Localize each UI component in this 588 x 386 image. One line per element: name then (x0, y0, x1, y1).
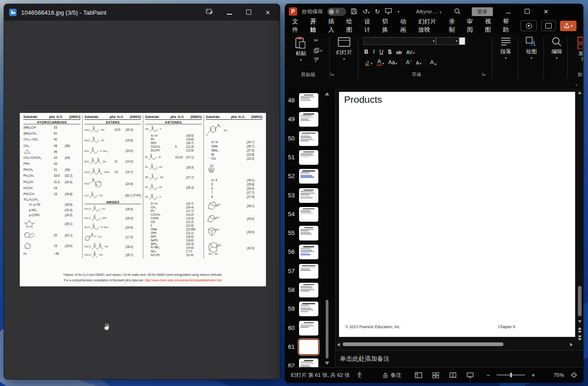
text-shadow-button[interactable]: S (388, 49, 391, 55)
fit-slide-to-window-icon[interactable] (571, 372, 577, 378)
horizontal-scroll-thumb[interactable] (343, 342, 503, 346)
slide-number: 60 (288, 324, 294, 331)
slide-thumbnail-55[interactable] (299, 226, 318, 241)
pka-row: Me₂NOOMe(18.2) (85, 242, 141, 251)
scroll-left-icon[interactable] (337, 343, 340, 347)
clipboard-dialog-launcher[interactable] (330, 69, 334, 78)
cut-icon[interactable]: ✂ (314, 37, 322, 44)
share-button[interactable]: ▾ (560, 21, 577, 31)
redo-icon[interactable]: ↻ (375, 8, 380, 15)
powerpoint-minimize-button[interactable] (506, 9, 511, 14)
qat-more-icon[interactable]: ▾ (397, 10, 399, 14)
autosave-toggle[interactable]: 关 (328, 8, 346, 16)
tabpaint-minimize-button[interactable] (226, 9, 233, 16)
notes-toggle[interactable]: 备注 (382, 372, 401, 379)
slide-canvas[interactable]: Products © 2013 Pearson Education, Inc. … (339, 92, 575, 337)
collapse-ribbon-icon[interactable]: ⌄ (575, 82, 578, 87)
slide-thumbnail-62[interactable] (299, 358, 318, 368)
change-case-button[interactable]: Aa▾ (388, 59, 397, 66)
drawing-button[interactable]: A 绘图▾ (521, 36, 542, 60)
comments-button[interactable] (541, 20, 556, 31)
powerpoint-close-button[interactable]: ✕ (543, 8, 548, 15)
slide-thumbnail-51[interactable] (299, 150, 318, 165)
character-spacing-button[interactable]: AV▾ (407, 50, 415, 55)
notes-pane[interactable]: 单击此处添加备注 (335, 350, 583, 368)
edit-image-icon[interactable] (206, 8, 214, 17)
new-slide-button[interactable]: 幻灯片▾ (333, 36, 355, 61)
slide-thumbnail-59[interactable] (299, 302, 318, 316)
powerpoint-maximize-button[interactable] (525, 9, 530, 15)
zoom-slider-thumb[interactable] (510, 373, 512, 377)
notes-placeholder[interactable]: 单击此处添加备注 (340, 355, 390, 362)
undo-icon[interactable]: ↺▾ (362, 8, 370, 15)
font-color-button[interactable]: A▾ (377, 59, 384, 66)
tabpaint-maximize-button[interactable] (245, 9, 252, 16)
pka-footnote-1: *Values <0 for H₂O and DMSO, and values … (20, 272, 266, 278)
slide-thumbnail-58[interactable] (299, 283, 318, 297)
strikethrough-button[interactable]: ab (396, 50, 401, 55)
previous-slide-button[interactable] (578, 327, 582, 332)
start-slideshow-icon[interactable] (385, 8, 392, 15)
search-icon[interactable] (454, 8, 461, 16)
editor-horizontal-scrollbar[interactable] (337, 342, 573, 347)
zoom-slider[interactable] (497, 375, 525, 375)
editor-vertical-scrollbar[interactable] (577, 91, 582, 336)
highlight-color-button[interactable]: ▾ (364, 60, 373, 66)
slide-thumbnail-54[interactable] (299, 207, 318, 222)
font-dialog-launcher[interactable] (482, 69, 486, 78)
slide-thumbnail-48[interactable] (299, 93, 318, 108)
scroll-down-icon[interactable] (578, 320, 582, 323)
pka-footnote-2: For a comprehensive compilation of Bordw… (64, 279, 144, 282)
editing-button[interactable]: 编辑▾ (547, 36, 566, 60)
slide-thumbnail-50[interactable] (299, 131, 318, 146)
underline-button[interactable]: U (379, 49, 384, 55)
next-slide-button[interactable] (578, 336, 582, 341)
reading-view-icon[interactable] (449, 372, 457, 378)
increase-font-button[interactable]: A^ (406, 59, 412, 66)
record-button[interactable] (520, 20, 537, 31)
addins-button[interactable]: 加载项 (572, 36, 583, 62)
slide-sorter-view-icon[interactable] (432, 372, 439, 378)
bold-button[interactable]: B (364, 49, 368, 55)
slide-thumbnail-panel[interactable]: 484950515253545556575859606162 (285, 89, 335, 368)
paragraph-button[interactable]: 段落▾ (496, 36, 516, 60)
tabpaint-close-button[interactable]: ✕ (264, 9, 271, 16)
tabpaint-titlebar[interactable]: 1046566416.jpg (3/5) - TabPaint ✕ (4, 4, 280, 21)
accessibility-icon[interactable] (356, 372, 363, 378)
tabpaint-canvas[interactable]: SubstratepKaH₂O(DMSO)HYDROCARBONS(Me)₃CH… (4, 21, 280, 379)
zoom-in-button[interactable]: + (531, 371, 535, 379)
paste-button[interactable]: 粘贴▾ (292, 36, 310, 62)
slide-thumbnail-53[interactable] (299, 188, 318, 203)
slide-thumbnail-56[interactable] (299, 245, 318, 259)
zoom-level[interactable]: 75% (554, 372, 564, 378)
format-painter-icon[interactable] (314, 57, 322, 63)
normal-view-icon[interactable] (415, 372, 422, 378)
decrease-font-button[interactable]: A▾ (416, 61, 422, 66)
font-extra-button[interactable] (459, 37, 465, 45)
slide-thumbnail-60[interactable] (299, 321, 318, 336)
slide-thumbnail-57[interactable] (299, 264, 318, 279)
zoom-out-button[interactable]: − (486, 371, 490, 379)
slide-thumbnail-61[interactable] (299, 340, 318, 354)
pka-column-1: SubstratepKaH₂O(DMSO)HYDROCARBONS(Me)₃CH… (22, 115, 82, 258)
file-name[interactable]: Alkyne.... ∨ (416, 9, 442, 14)
pka-row: HCCH24 (23, 185, 80, 191)
clear-formatting-button[interactable]: A (430, 59, 438, 66)
scroll-right-icon[interactable] (570, 343, 573, 347)
font-size-combo[interactable]: ▾ (436, 37, 459, 45)
scroll-up-icon[interactable] (578, 91, 582, 94)
vertical-scroll-thumb[interactable] (578, 286, 582, 316)
save-icon[interactable] (351, 8, 357, 16)
slide-thumbnail-49[interactable] (299, 112, 318, 127)
login-button[interactable]: 登录 (472, 7, 493, 16)
svg-text:O: O (152, 173, 154, 175)
pka-row: 6(26.4) (206, 186, 262, 190)
svg-text:O: O (93, 205, 96, 207)
font-name-combo[interactable]: ▾ (363, 37, 436, 45)
copy-icon[interactable]: ▾ (314, 48, 322, 53)
slide-title[interactable]: Products (344, 94, 382, 105)
paste-icon (295, 36, 307, 49)
slide-thumbnail-52[interactable] (299, 169, 318, 184)
slideshow-view-icon[interactable] (467, 372, 474, 378)
italic-button[interactable]: I (373, 48, 375, 55)
